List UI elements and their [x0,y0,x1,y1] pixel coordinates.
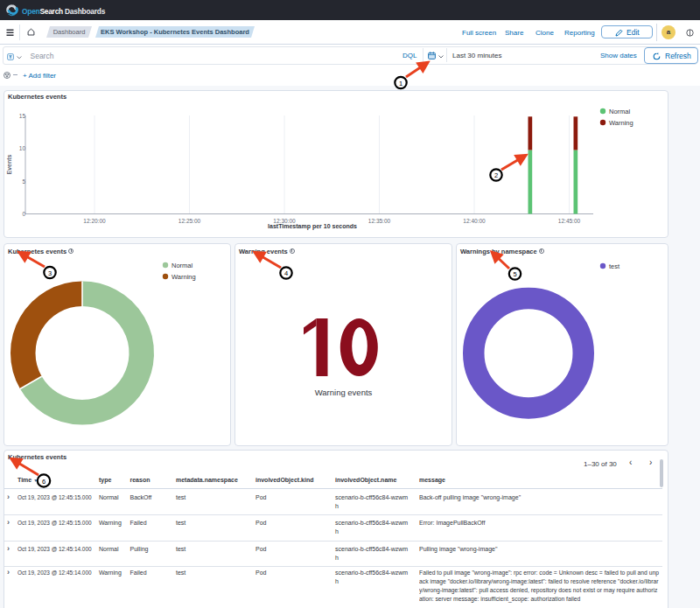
svg-text:12:35:00: 12:35:00 [368,218,391,224]
svg-text:12:25:00: 12:25:00 [178,218,201,224]
svg-text:12:45:00: 12:45:00 [558,218,581,224]
svg-text:Normal: Normal [609,108,631,115]
svg-text:Normal: Normal [172,262,193,269]
svg-text:Warning: Warning [172,273,196,281]
svg-text:10: 10 [19,145,26,151]
svg-text:12:20:00: 12:20:00 [83,218,106,224]
svg-text:15: 15 [19,113,26,119]
svg-text:0: 0 [22,211,25,217]
svg-text:lastTimestamp per 10 seconds: lastTimestamp per 10 seconds [268,223,357,230]
svg-text:5: 5 [22,178,25,185]
svg-text:Warning: Warning [609,119,634,127]
svg-text:Events: Events [6,154,12,174]
svg-text:test: test [609,262,620,270]
svg-text:12:40:00: 12:40:00 [463,218,486,224]
